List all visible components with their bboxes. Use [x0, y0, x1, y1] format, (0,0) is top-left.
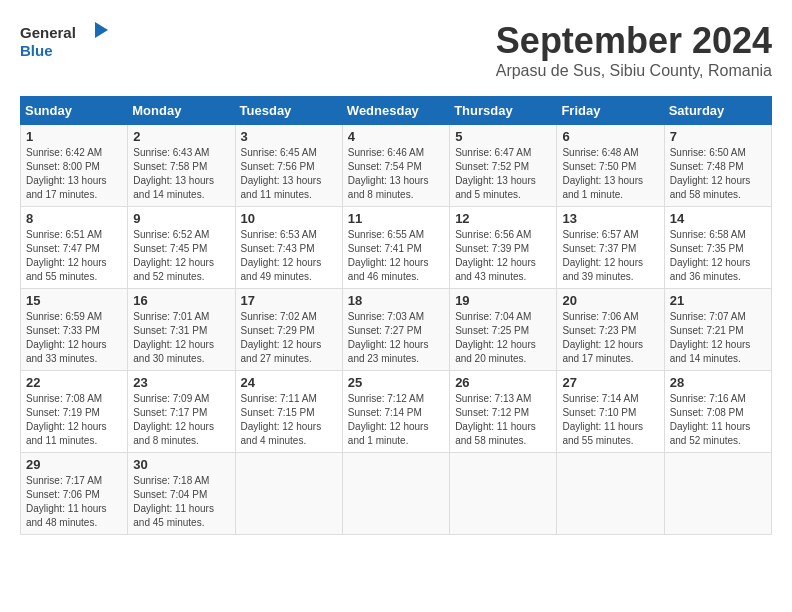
day-info: Sunrise: 6:48 AM Sunset: 7:50 PM Dayligh…	[562, 146, 658, 202]
col-wednesday: Wednesday	[342, 97, 449, 125]
empty-cell-w4-c4	[450, 453, 557, 535]
day-cell-14: 14 Sunrise: 6:58 AM Sunset: 7:35 PM Dayl…	[664, 207, 771, 289]
day-cell-9: 9 Sunrise: 6:52 AM Sunset: 7:45 PM Dayli…	[128, 207, 235, 289]
day-info: Sunrise: 6:51 AM Sunset: 7:47 PM Dayligh…	[26, 228, 122, 284]
day-number: 25	[348, 375, 444, 390]
day-info: Sunrise: 7:01 AM Sunset: 7:31 PM Dayligh…	[133, 310, 229, 366]
day-number: 23	[133, 375, 229, 390]
day-cell-20: 20 Sunrise: 7:06 AM Sunset: 7:23 PM Dayl…	[557, 289, 664, 371]
day-number: 11	[348, 211, 444, 226]
day-cell-5: 5 Sunrise: 6:47 AM Sunset: 7:52 PM Dayli…	[450, 125, 557, 207]
day-number: 19	[455, 293, 551, 308]
day-info: Sunrise: 6:45 AM Sunset: 7:56 PM Dayligh…	[241, 146, 337, 202]
day-info: Sunrise: 6:47 AM Sunset: 7:52 PM Dayligh…	[455, 146, 551, 202]
day-number: 15	[26, 293, 122, 308]
day-cell-19: 19 Sunrise: 7:04 AM Sunset: 7:25 PM Dayl…	[450, 289, 557, 371]
col-saturday: Saturday	[664, 97, 771, 125]
day-info: Sunrise: 7:04 AM Sunset: 7:25 PM Dayligh…	[455, 310, 551, 366]
calendar-week-5: 29 Sunrise: 7:17 AM Sunset: 7:06 PM Dayl…	[21, 453, 772, 535]
day-info: Sunrise: 6:43 AM Sunset: 7:58 PM Dayligh…	[133, 146, 229, 202]
day-number: 22	[26, 375, 122, 390]
day-info: Sunrise: 6:46 AM Sunset: 7:54 PM Dayligh…	[348, 146, 444, 202]
col-friday: Friday	[557, 97, 664, 125]
day-cell-26: 26 Sunrise: 7:13 AM Sunset: 7:12 PM Dayl…	[450, 371, 557, 453]
day-info: Sunrise: 7:06 AM Sunset: 7:23 PM Dayligh…	[562, 310, 658, 366]
day-number: 24	[241, 375, 337, 390]
empty-cell-w4-c5	[557, 453, 664, 535]
empty-cell-w4-c3	[342, 453, 449, 535]
day-info: Sunrise: 7:12 AM Sunset: 7:14 PM Dayligh…	[348, 392, 444, 448]
day-cell-11: 11 Sunrise: 6:55 AM Sunset: 7:41 PM Dayl…	[342, 207, 449, 289]
day-cell-7: 7 Sunrise: 6:50 AM Sunset: 7:48 PM Dayli…	[664, 125, 771, 207]
col-monday: Monday	[128, 97, 235, 125]
day-number: 29	[26, 457, 122, 472]
day-info: Sunrise: 6:59 AM Sunset: 7:33 PM Dayligh…	[26, 310, 122, 366]
day-info: Sunrise: 6:56 AM Sunset: 7:39 PM Dayligh…	[455, 228, 551, 284]
calendar-header-row: Sunday Monday Tuesday Wednesday Thursday…	[21, 97, 772, 125]
day-info: Sunrise: 7:11 AM Sunset: 7:15 PM Dayligh…	[241, 392, 337, 448]
day-cell-25: 25 Sunrise: 7:12 AM Sunset: 7:14 PM Dayl…	[342, 371, 449, 453]
day-number: 14	[670, 211, 766, 226]
day-info: Sunrise: 7:02 AM Sunset: 7:29 PM Dayligh…	[241, 310, 337, 366]
day-info: Sunrise: 7:03 AM Sunset: 7:27 PM Dayligh…	[348, 310, 444, 366]
day-number: 13	[562, 211, 658, 226]
day-number: 27	[562, 375, 658, 390]
day-info: Sunrise: 7:08 AM Sunset: 7:19 PM Dayligh…	[26, 392, 122, 448]
col-sunday: Sunday	[21, 97, 128, 125]
svg-marker-2	[95, 22, 108, 38]
day-cell-4: 4 Sunrise: 6:46 AM Sunset: 7:54 PM Dayli…	[342, 125, 449, 207]
page-subtitle: Arpasu de Sus, Sibiu County, Romania	[496, 62, 772, 80]
logo: General Blue	[20, 20, 110, 62]
day-cell-30: 30 Sunrise: 7:18 AM Sunset: 7:04 PM Dayl…	[128, 453, 235, 535]
day-number: 20	[562, 293, 658, 308]
day-number: 28	[670, 375, 766, 390]
day-number: 8	[26, 211, 122, 226]
page-header: General Blue September 2024 Arpasu de Su…	[20, 20, 772, 80]
day-info: Sunrise: 6:50 AM Sunset: 7:48 PM Dayligh…	[670, 146, 766, 202]
calendar-week-3: 15 Sunrise: 6:59 AM Sunset: 7:33 PM Dayl…	[21, 289, 772, 371]
day-info: Sunrise: 7:13 AM Sunset: 7:12 PM Dayligh…	[455, 392, 551, 448]
svg-text:Blue: Blue	[20, 42, 53, 59]
day-number: 17	[241, 293, 337, 308]
day-info: Sunrise: 6:57 AM Sunset: 7:37 PM Dayligh…	[562, 228, 658, 284]
day-number: 2	[133, 129, 229, 144]
day-number: 18	[348, 293, 444, 308]
day-info: Sunrise: 7:17 AM Sunset: 7:06 PM Dayligh…	[26, 474, 122, 530]
day-cell-2: 2 Sunrise: 6:43 AM Sunset: 7:58 PM Dayli…	[128, 125, 235, 207]
day-number: 10	[241, 211, 337, 226]
day-number: 7	[670, 129, 766, 144]
day-number: 21	[670, 293, 766, 308]
day-number: 3	[241, 129, 337, 144]
calendar-week-1: 1 Sunrise: 6:42 AM Sunset: 8:00 PM Dayli…	[21, 125, 772, 207]
day-cell-6: 6 Sunrise: 6:48 AM Sunset: 7:50 PM Dayli…	[557, 125, 664, 207]
day-cell-16: 16 Sunrise: 7:01 AM Sunset: 7:31 PM Dayl…	[128, 289, 235, 371]
day-number: 26	[455, 375, 551, 390]
day-number: 5	[455, 129, 551, 144]
day-cell-21: 21 Sunrise: 7:07 AM Sunset: 7:21 PM Dayl…	[664, 289, 771, 371]
day-cell-12: 12 Sunrise: 6:56 AM Sunset: 7:39 PM Dayl…	[450, 207, 557, 289]
day-number: 1	[26, 129, 122, 144]
day-info: Sunrise: 6:52 AM Sunset: 7:45 PM Dayligh…	[133, 228, 229, 284]
day-number: 9	[133, 211, 229, 226]
empty-cell-w4-c2	[235, 453, 342, 535]
day-cell-18: 18 Sunrise: 7:03 AM Sunset: 7:27 PM Dayl…	[342, 289, 449, 371]
day-cell-28: 28 Sunrise: 7:16 AM Sunset: 7:08 PM Dayl…	[664, 371, 771, 453]
logo-svg: General Blue	[20, 20, 110, 62]
day-cell-24: 24 Sunrise: 7:11 AM Sunset: 7:15 PM Dayl…	[235, 371, 342, 453]
day-number: 12	[455, 211, 551, 226]
day-cell-27: 27 Sunrise: 7:14 AM Sunset: 7:10 PM Dayl…	[557, 371, 664, 453]
day-info: Sunrise: 7:18 AM Sunset: 7:04 PM Dayligh…	[133, 474, 229, 530]
calendar-week-2: 8 Sunrise: 6:51 AM Sunset: 7:47 PM Dayli…	[21, 207, 772, 289]
day-cell-29: 29 Sunrise: 7:17 AM Sunset: 7:06 PM Dayl…	[21, 453, 128, 535]
title-section: September 2024 Arpasu de Sus, Sibiu Coun…	[496, 20, 772, 80]
day-info: Sunrise: 7:09 AM Sunset: 7:17 PM Dayligh…	[133, 392, 229, 448]
col-thursday: Thursday	[450, 97, 557, 125]
day-info: Sunrise: 7:14 AM Sunset: 7:10 PM Dayligh…	[562, 392, 658, 448]
empty-cell-w4-c6	[664, 453, 771, 535]
day-cell-22: 22 Sunrise: 7:08 AM Sunset: 7:19 PM Dayl…	[21, 371, 128, 453]
day-number: 16	[133, 293, 229, 308]
day-info: Sunrise: 6:58 AM Sunset: 7:35 PM Dayligh…	[670, 228, 766, 284]
day-cell-8: 8 Sunrise: 6:51 AM Sunset: 7:47 PM Dayli…	[21, 207, 128, 289]
day-info: Sunrise: 6:53 AM Sunset: 7:43 PM Dayligh…	[241, 228, 337, 284]
svg-text:General: General	[20, 24, 76, 41]
